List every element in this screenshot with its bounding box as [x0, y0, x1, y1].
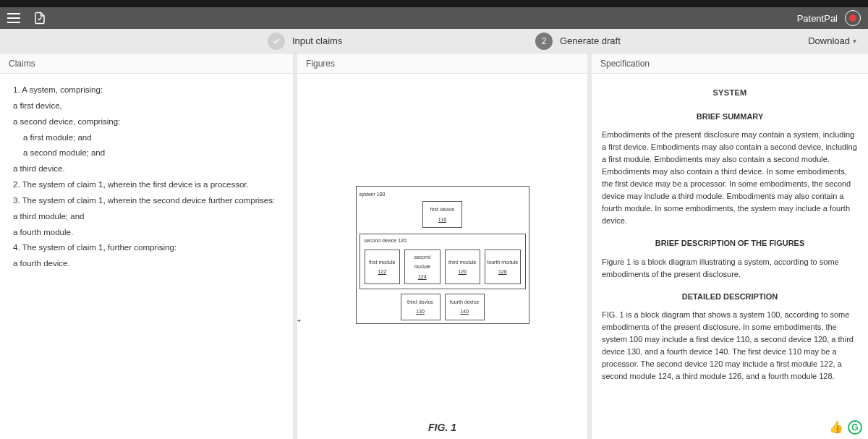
spec-title: SYSTEM [602, 87, 858, 99]
app-bar: PatentPal [0, 7, 868, 29]
claim-line: a fourth device. [13, 256, 283, 272]
browser-chrome [0, 0, 868, 7]
figure-caption: FIG. 1 [297, 418, 587, 438]
second-device-box: second device 120 first module122 second… [359, 234, 526, 289]
download-label: Download [808, 35, 850, 46]
brand-logo-icon [845, 10, 861, 26]
figure-diagram[interactable]: system 100 first device110 second device… [356, 186, 529, 324]
step-input-claims[interactable]: Input claims [268, 33, 342, 50]
claim-line: a third device. [13, 161, 283, 177]
claims-panel: Claims 1. A system, comprising: a first … [0, 54, 293, 439]
download-button[interactable]: Download ▾ [808, 35, 856, 46]
document-icon[interactable] [33, 12, 46, 25]
stepper-bar: Input claims 2 Generate draft Download ▾ [0, 29, 868, 54]
claim-line: 3. The system of claim 1, wherein the se… [13, 193, 283, 209]
step-generate-draft[interactable]: 2 Generate draft [535, 33, 621, 50]
step-label: Generate draft [560, 35, 621, 46]
module-box: first module122 [365, 250, 401, 284]
corner-badges: 👍 G [829, 420, 862, 435]
grammarly-icon[interactable]: G [848, 420, 862, 435]
claim-line: a first module; and [13, 130, 283, 146]
module-box: third module126 [445, 250, 481, 284]
spec-section-heading: DETAILED DESCRIPTION [602, 291, 858, 303]
spec-paragraph: Embodiments of the present disclosure ma… [602, 129, 858, 227]
check-icon [268, 33, 285, 50]
claim-line: 1. A system, comprising: [13, 82, 283, 98]
step-number-badge: 2 [535, 33, 553, 50]
claim-line: a second module; and [13, 145, 283, 161]
claim-line: 2. The system of claim 1, wherein the fi… [13, 177, 283, 193]
brand-name: PatentPal [797, 13, 838, 24]
claim-line: a first device, [13, 98, 283, 114]
spec-section-heading: BRIEF SUMMARY [602, 111, 858, 123]
spec-body[interactable]: SYSTEM BRIEF SUMMARY Embodiments of the … [592, 74, 868, 439]
first-device-box: first device110 [422, 201, 462, 228]
main-panels: Claims 1. A system, comprising: a first … [0, 54, 868, 439]
figures-panel: Figures → system 100 first device110 sec… [297, 54, 587, 439]
chevron-down-icon: ▾ [853, 37, 856, 45]
claim-line: a fourth module. [13, 225, 283, 241]
spec-header: Specification [592, 54, 868, 74]
menu-icon[interactable] [7, 13, 20, 23]
figures-header: Figures [297, 54, 587, 74]
spec-paragraph: FIG. 1 is a block diagram that shows a s… [602, 309, 858, 383]
claim-line: a third module; and [13, 209, 283, 225]
figures-body: system 100 first device110 second device… [297, 74, 587, 439]
claims-header: Claims [0, 54, 293, 74]
step-label: Input claims [292, 35, 342, 46]
third-device-box: third device130 [401, 294, 441, 320]
claim-line: a second device, comprising: [13, 114, 283, 130]
fourth-device-box: fourth device140 [445, 294, 485, 320]
module-box: fourth module128 [485, 250, 521, 284]
claims-body[interactable]: 1. A system, comprising: a first device,… [0, 74, 293, 439]
thumbs-up-icon[interactable]: 👍 [829, 420, 843, 435]
system-label: system 100 [359, 189, 526, 199]
module-box: second module124 [404, 250, 441, 284]
claim-line: 4. The system of claim 1, further compri… [13, 240, 283, 256]
specification-panel: Specification SYSTEM BRIEF SUMMARY Embod… [592, 54, 868, 439]
spec-section-heading: BRIEF DESCRIPTION OF THE FIGURES [602, 237, 858, 250]
spec-paragraph: Figure 1 is a block diagram illustrating… [602, 256, 858, 281]
